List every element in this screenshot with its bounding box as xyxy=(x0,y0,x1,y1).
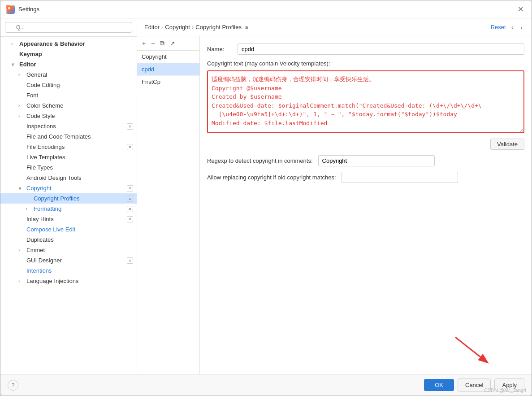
sidebar-item-emmet[interactable]: › Emmet xyxy=(0,245,137,255)
sidebar-item-appearance[interactable]: › Appearance & Behavior xyxy=(0,39,137,49)
forward-button[interactable]: › xyxy=(519,23,524,32)
sidebar-item-label: Editor xyxy=(19,61,36,68)
name-input[interactable] xyxy=(238,44,524,55)
badge-icon: ≡ xyxy=(127,257,133,264)
spacer xyxy=(18,144,25,149)
add-profile-button[interactable]: + xyxy=(140,39,148,48)
regexp-label: Regexp to detect copyright in comments: xyxy=(207,157,313,164)
sidebar-item-file-types[interactable]: File Types xyxy=(0,162,137,173)
breadcrumb-bar: Editor › Copyright › Copyright Profiles … xyxy=(137,18,532,36)
profile-item-copyright[interactable]: Copyright xyxy=(137,51,199,63)
sidebar-item-label: Color Scheme xyxy=(26,102,63,109)
settings-dialog: Settings ✕ 🔍 › Appearance & xyxy=(0,0,532,396)
sidebar-item-label: Copyright xyxy=(26,185,52,191)
sidebar-item-general[interactable]: › General xyxy=(0,70,137,80)
sidebar-item-duplicates[interactable]: Duplicates xyxy=(0,235,137,245)
menu-icon: ≡ xyxy=(245,25,248,30)
nav-tree: › Appearance & Behavior Keymap ∨ Editor xyxy=(0,37,137,374)
breadcrumb: Editor › Copyright › Copyright Profiles … xyxy=(144,24,248,30)
regexp-field-row: Regexp to detect copyright in comments: xyxy=(207,155,524,166)
edit-area: Name: Copyright text (may contain Veloci… xyxy=(200,36,532,374)
badge-icon: ≡ xyxy=(127,206,133,212)
copy-profile-button[interactable]: ⧉ xyxy=(158,38,167,48)
sidebar-item-inspections[interactable]: Inspections ≡ xyxy=(0,121,137,131)
help-button[interactable]: ? xyxy=(8,380,18,391)
profile-toolbar: + − ⧉ ↗ xyxy=(137,36,199,51)
search-input[interactable] xyxy=(5,22,132,33)
allow-replace-input[interactable] xyxy=(342,172,458,183)
sidebar-item-gui-designer[interactable]: GUI Designer ≡ xyxy=(0,255,137,265)
sidebar-item-keymap[interactable]: Keymap xyxy=(0,49,137,59)
copyright-textarea[interactable]: 适度编码益脑，沉迷编码伤身，合理安排时间，享受快乐生活。 Copyright @… xyxy=(207,70,524,133)
sidebar-item-intentions[interactable]: Intentions xyxy=(0,265,137,276)
sidebar-item-formatting[interactable]: › Formatting ≡ xyxy=(0,204,137,214)
sidebar-item-color-scheme[interactable]: › Color Scheme xyxy=(0,100,137,111)
watermark: CSDN @Mr_Tang4 xyxy=(484,387,526,393)
badge-icon: ≡ xyxy=(127,123,133,130)
svg-rect-0 xyxy=(7,6,13,13)
right-pane: Editor › Copyright › Copyright Profiles … xyxy=(137,18,532,374)
sidebar-item-copyright[interactable]: ∨ Copyright ≡ xyxy=(0,183,137,193)
chevron-icon: › xyxy=(18,103,25,108)
dialog-title: Settings xyxy=(18,6,39,13)
copyright-text-label: Copyright text (may contain Velocity tem… xyxy=(207,60,524,67)
search-wrapper: 🔍 xyxy=(5,22,132,33)
main-content: 🔍 › Appearance & Behavior Keymap xyxy=(0,18,532,374)
sidebar-item-language-injections[interactable]: › Language Injections xyxy=(0,276,137,286)
chevron-down-icon: ∨ xyxy=(11,62,17,67)
sidebar-item-code-editing[interactable]: Code Editing xyxy=(0,80,137,90)
sidebar-item-label: Inspections xyxy=(26,123,56,130)
spacer xyxy=(18,155,25,160)
sidebar-item-live-templates[interactable]: Live Templates xyxy=(0,152,137,162)
validate-row: Validate xyxy=(207,139,524,150)
sidebar-item-label: Live Templates xyxy=(26,154,65,161)
spacer xyxy=(18,258,25,263)
sidebar-item-android-design-tools[interactable]: Android Design Tools xyxy=(0,173,137,183)
profile-list: Copyright cpdd FirstCp xyxy=(137,51,199,374)
sidebar-item-label: GUI Designer xyxy=(26,257,62,264)
sidebar-item-label: Compose Live Edit xyxy=(26,226,75,233)
sidebar-item-label: Formatting xyxy=(34,205,61,212)
profile-item-firstcp[interactable]: FirstCp xyxy=(137,76,199,88)
sidebar-item-label: File Encodings xyxy=(26,144,65,150)
sidebar-item-file-code-templates[interactable]: File and Code Templates xyxy=(0,131,137,142)
sidebar-item-label: Font xyxy=(26,92,38,99)
remove-profile-button[interactable]: − xyxy=(149,39,157,48)
breadcrumb-actions: Reset ‹ › xyxy=(491,23,524,32)
sidebar-item-file-encodings[interactable]: File Encodings ≡ xyxy=(0,142,137,152)
sidebar-item-label: Android Design Tools xyxy=(26,174,82,181)
ok-button[interactable]: OK xyxy=(424,379,454,391)
profile-item-cpdd[interactable]: cpdd xyxy=(137,63,199,76)
spacer xyxy=(18,124,25,129)
sidebar-item-editor[interactable]: ∨ Editor xyxy=(0,59,137,70)
sidebar-item-label: Inlay Hints xyxy=(26,216,54,222)
sidebar-item-label: Language Injections xyxy=(26,278,78,284)
allow-replace-field-row: Allow replacing copyright if old copyrig… xyxy=(207,172,524,183)
validate-button[interactable]: Validate xyxy=(490,139,524,150)
sidebar-item-label: File and Code Templates xyxy=(26,133,91,140)
badge-icon: ≡ xyxy=(127,185,133,191)
spacer xyxy=(18,217,25,222)
close-button[interactable]: ✕ xyxy=(515,4,526,14)
spacer xyxy=(18,83,25,87)
bottom-bar: ? OK Cancel Apply xyxy=(0,374,532,396)
regexp-input[interactable] xyxy=(318,155,435,166)
sidebar-item-label: Code Editing xyxy=(26,82,60,88)
breadcrumb-copyright-profiles: Copyright Profiles xyxy=(195,24,242,30)
sidebar-item-label: Intentions xyxy=(26,267,52,274)
sidebar-item-label: Code Style xyxy=(26,113,55,119)
sidebar-item-copyright-profiles[interactable]: Copyright Profiles ≡ xyxy=(0,193,137,204)
sidebar-item-font[interactable]: Font xyxy=(0,90,137,100)
sidebar-item-code-style[interactable]: › Code Style xyxy=(0,111,137,121)
breadcrumb-copyright: Copyright xyxy=(165,24,190,30)
chevron-icon: › xyxy=(18,248,25,252)
sidebar-item-inlay-hints[interactable]: Inlay Hints ≡ xyxy=(0,214,137,224)
spacer xyxy=(18,134,25,139)
sidebar-item-label: General xyxy=(26,71,47,78)
spacer xyxy=(26,196,32,201)
back-button[interactable]: ‹ xyxy=(510,23,515,32)
export-profile-button[interactable]: ↗ xyxy=(168,39,177,48)
app-icon xyxy=(6,5,15,14)
reset-button[interactable]: Reset xyxy=(491,24,506,30)
sidebar-item-compose-live-edit[interactable]: Compose Live Edit xyxy=(0,224,137,235)
